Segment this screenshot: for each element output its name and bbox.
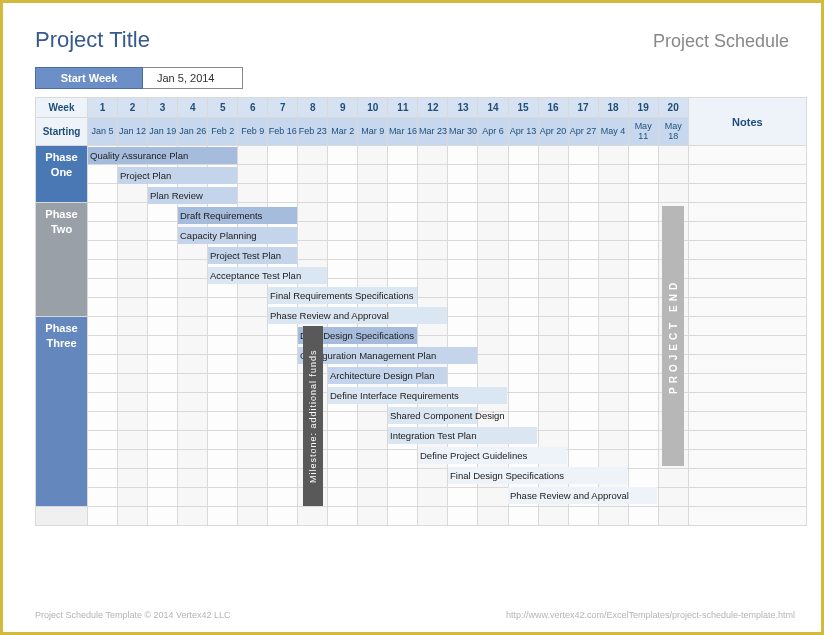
gantt-cell[interactable] xyxy=(178,507,208,526)
gantt-cell[interactable] xyxy=(508,146,538,165)
gantt-cell[interactable] xyxy=(658,507,688,526)
gantt-cell[interactable] xyxy=(328,412,358,431)
gantt-cell[interactable] xyxy=(118,469,148,488)
gantt-cell[interactable] xyxy=(388,469,418,488)
gantt-cell[interactable] xyxy=(238,355,268,374)
gantt-cell[interactable] xyxy=(358,488,388,507)
task-bar[interactable]: Define Project Guidelines xyxy=(418,447,567,464)
gantt-cell[interactable] xyxy=(118,317,148,336)
gantt-cell[interactable] xyxy=(148,488,178,507)
gantt-cell[interactable] xyxy=(418,165,448,184)
notes-cell[interactable] xyxy=(688,355,806,374)
gantt-cell[interactable] xyxy=(208,374,238,393)
gantt-cell[interactable] xyxy=(358,203,388,222)
gantt-cell[interactable] xyxy=(208,450,238,469)
gantt-cell[interactable] xyxy=(298,165,328,184)
notes-cell[interactable] xyxy=(688,317,806,336)
gantt-cell[interactable] xyxy=(478,241,508,260)
gantt-cell[interactable] xyxy=(178,279,208,298)
gantt-cell[interactable] xyxy=(358,165,388,184)
gantt-cell[interactable] xyxy=(598,203,628,222)
gantt-cell[interactable] xyxy=(118,431,148,450)
notes-cell[interactable] xyxy=(688,374,806,393)
gantt-cell[interactable] xyxy=(328,488,358,507)
gantt-cell[interactable] xyxy=(598,165,628,184)
gantt-cell[interactable] xyxy=(148,374,178,393)
gantt-cell[interactable] xyxy=(238,450,268,469)
gantt-cell[interactable] xyxy=(628,336,658,355)
gantt-cell[interactable] xyxy=(268,355,298,374)
gantt-cell[interactable] xyxy=(238,488,268,507)
gantt-cell[interactable] xyxy=(268,507,298,526)
notes-cell[interactable] xyxy=(688,450,806,469)
gantt-cell[interactable] xyxy=(388,507,418,526)
gantt-cell[interactable] xyxy=(268,469,298,488)
gantt-cell[interactable] xyxy=(568,279,598,298)
notes-cell[interactable] xyxy=(688,298,806,317)
gantt-cell[interactable] xyxy=(478,298,508,317)
notes-cell[interactable] xyxy=(688,336,806,355)
gantt-cell[interactable] xyxy=(88,431,118,450)
gantt-cell[interactable] xyxy=(238,298,268,317)
gantt-cell[interactable] xyxy=(268,488,298,507)
gantt-cell[interactable] xyxy=(538,165,568,184)
gantt-cell[interactable] xyxy=(478,260,508,279)
task-bar[interactable]: Draft Requirements xyxy=(178,207,297,224)
gantt-cell[interactable] xyxy=(448,203,478,222)
gantt-cell[interactable] xyxy=(118,412,148,431)
gantt-cell[interactable] xyxy=(568,317,598,336)
gantt-cell[interactable] xyxy=(178,450,208,469)
gantt-cell[interactable] xyxy=(478,165,508,184)
gantt-cell[interactable] xyxy=(388,488,418,507)
notes-cell[interactable] xyxy=(688,184,806,203)
gantt-cell[interactable] xyxy=(118,222,148,241)
gantt-cell[interactable] xyxy=(448,298,478,317)
gantt-cell[interactable] xyxy=(148,355,178,374)
gantt-cell[interactable] xyxy=(88,279,118,298)
gantt-cell[interactable] xyxy=(598,431,628,450)
gantt-cell[interactable] xyxy=(628,412,658,431)
gantt-cell[interactable] xyxy=(598,317,628,336)
gantt-cell[interactable] xyxy=(88,165,118,184)
gantt-cell[interactable] xyxy=(508,507,538,526)
gantt-cell[interactable] xyxy=(148,241,178,260)
gantt-cell[interactable] xyxy=(358,222,388,241)
gantt-cell[interactable] xyxy=(268,165,298,184)
gantt-cell[interactable] xyxy=(658,488,688,507)
gantt-cell[interactable] xyxy=(478,146,508,165)
gantt-cell[interactable] xyxy=(328,203,358,222)
gantt-cell[interactable] xyxy=(628,469,658,488)
gantt-cell[interactable] xyxy=(328,165,358,184)
gantt-cell[interactable] xyxy=(658,469,688,488)
gantt-cell[interactable] xyxy=(238,431,268,450)
gantt-cell[interactable] xyxy=(148,222,178,241)
gantt-cell[interactable] xyxy=(388,165,418,184)
gantt-cell[interactable] xyxy=(568,412,598,431)
gantt-cell[interactable] xyxy=(568,165,598,184)
gantt-cell[interactable] xyxy=(118,355,148,374)
gantt-cell[interactable] xyxy=(88,317,118,336)
gantt-cell[interactable] xyxy=(598,374,628,393)
notes-cell[interactable] xyxy=(688,222,806,241)
gantt-cell[interactable] xyxy=(568,203,598,222)
gantt-cell[interactable] xyxy=(628,165,658,184)
gantt-cell[interactable] xyxy=(118,298,148,317)
gantt-cell[interactable] xyxy=(538,317,568,336)
gantt-cell[interactable] xyxy=(538,203,568,222)
gantt-cell[interactable] xyxy=(208,336,238,355)
gantt-cell[interactable] xyxy=(88,393,118,412)
gantt-cell[interactable] xyxy=(328,431,358,450)
gantt-cell[interactable] xyxy=(628,241,658,260)
gantt-cell[interactable] xyxy=(568,393,598,412)
gantt-cell[interactable] xyxy=(88,374,118,393)
gantt-cell[interactable] xyxy=(268,450,298,469)
gantt-cell[interactable] xyxy=(508,260,538,279)
gantt-cell[interactable] xyxy=(538,355,568,374)
task-bar[interactable]: Define Interface Requirements xyxy=(328,387,507,404)
gantt-cell[interactable] xyxy=(358,184,388,203)
gantt-cell[interactable] xyxy=(568,260,598,279)
gantt-cell[interactable] xyxy=(508,393,538,412)
gantt-cell[interactable] xyxy=(208,412,238,431)
gantt-cell[interactable] xyxy=(268,431,298,450)
gantt-cell[interactable] xyxy=(88,203,118,222)
